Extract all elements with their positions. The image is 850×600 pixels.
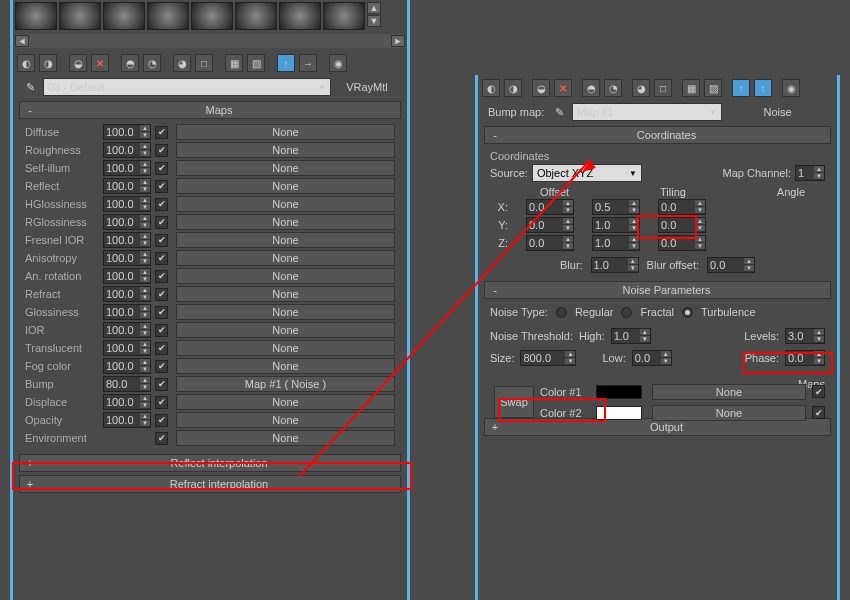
reflect-interp-header[interactable]: + Reflect interpolation <box>19 454 401 472</box>
put-library-icon[interactable]: ◕ <box>173 54 191 72</box>
map-amount-spinner[interactable]: 100.0▲▼ <box>103 268 151 284</box>
make-unique-icon[interactable]: ◔ <box>604 79 622 97</box>
material-slot[interactable] <box>59 2 101 30</box>
color2-map-checkbox[interactable] <box>812 406 825 419</box>
map-amount-spinner[interactable]: 100.0▲▼ <box>103 394 151 410</box>
fractal-radio[interactable] <box>621 307 632 318</box>
angle-spinner[interactable]: 0.0▲▼ <box>658 199 706 215</box>
show-map-icon[interactable]: ▦ <box>225 54 243 72</box>
map-enable-checkbox[interactable] <box>155 162 168 175</box>
go-sibling-icon[interactable]: → <box>299 54 317 72</box>
blur-spinner[interactable]: 1.0▲▼ <box>591 257 639 273</box>
map-slot-button[interactable]: None <box>176 232 395 248</box>
maps-header[interactable]: - Maps <box>19 101 401 119</box>
go-parent-icon[interactable]: ↑ <box>277 54 295 72</box>
options-icon[interactable]: ◉ <box>782 79 800 97</box>
eyedropper-icon[interactable]: ✎ <box>552 105 566 119</box>
map-slot-button[interactable]: None <box>176 250 395 266</box>
map-enable-checkbox[interactable] <box>155 126 168 139</box>
show-end-icon[interactable]: ▨ <box>704 79 722 97</box>
offset-spinner[interactable]: 0.0▲▼ <box>526 217 574 233</box>
map-enable-checkbox[interactable] <box>155 144 168 157</box>
map-slot-button[interactable]: None <box>176 178 395 194</box>
map-enable-checkbox[interactable] <box>155 180 168 193</box>
map-enable-checkbox[interactable] <box>155 432 168 445</box>
show-map-icon[interactable]: ▦ <box>682 79 700 97</box>
offset-spinner[interactable]: 0.0▲▼ <box>526 235 574 251</box>
map-enable-checkbox[interactable] <box>155 378 168 391</box>
map-slot-button[interactable]: None <box>176 412 395 428</box>
put-library-icon[interactable]: ◕ <box>632 79 650 97</box>
noise-params-header[interactable]: - Noise Parameters <box>484 281 831 299</box>
map-slot-button[interactable]: None <box>176 124 395 140</box>
copy-icon[interactable]: ◓ <box>582 79 600 97</box>
material-name-dropdown[interactable]: 03 - Default ▼ <box>43 78 331 96</box>
map-slot-button[interactable]: None <box>176 358 395 374</box>
map-amount-spinner[interactable]: 100.0▲▼ <box>103 160 151 176</box>
map-amount-spinner[interactable]: 100.0▲▼ <box>103 214 151 230</box>
source-dropdown[interactable]: Object XYZ ▼ <box>532 164 642 182</box>
turbulence-radio[interactable] <box>682 307 693 318</box>
material-id-icon[interactable]: □ <box>654 79 672 97</box>
material-type-label[interactable]: VRayMtl <box>337 81 397 93</box>
map-slot-button[interactable]: None <box>176 160 395 176</box>
map-slot-button[interactable]: None <box>176 322 395 338</box>
low-spinner[interactable]: 0.0▲▼ <box>632 350 672 366</box>
coordinates-header[interactable]: - Coordinates <box>484 126 831 144</box>
offset-spinner[interactable]: 0.0▲▼ <box>526 199 574 215</box>
map-enable-checkbox[interactable] <box>155 216 168 229</box>
map-enable-checkbox[interactable] <box>155 414 168 427</box>
angle-spinner[interactable]: 0.0▲▼ <box>658 217 706 233</box>
map-enable-checkbox[interactable] <box>155 252 168 265</box>
high-spinner[interactable]: 1.0▲▼ <box>611 328 651 344</box>
map-enable-checkbox[interactable] <box>155 342 168 355</box>
regular-radio[interactable] <box>556 307 567 318</box>
scroll-down-icon[interactable]: ▼ <box>367 15 381 27</box>
map-slot-button[interactable]: Map #1 ( Noise ) <box>176 376 395 392</box>
map-slot-button[interactable]: None <box>176 304 395 320</box>
material-id-icon[interactable]: □ <box>195 54 213 72</box>
map-amount-spinner[interactable]: 100.0▲▼ <box>103 412 151 428</box>
map-amount-spinner[interactable]: 100.0▲▼ <box>103 178 151 194</box>
delete-icon[interactable]: ✕ <box>91 54 109 72</box>
map-amount-spinner[interactable]: 100.0▲▼ <box>103 322 151 338</box>
color1-map-button[interactable]: None <box>652 384 806 400</box>
swap-button[interactable]: Swap <box>494 386 534 418</box>
put-to-scene-icon[interactable]: ◑ <box>504 79 522 97</box>
eyedropper-icon[interactable]: ✎ <box>23 80 37 94</box>
scroll-right-icon[interactable]: ► <box>391 35 405 47</box>
material-slot[interactable] <box>147 2 189 30</box>
color2-map-button[interactable]: None <box>652 405 806 421</box>
go-parent-icon[interactable]: ↑ <box>732 79 750 97</box>
map-enable-checkbox[interactable] <box>155 288 168 301</box>
map-enable-checkbox[interactable] <box>155 306 168 319</box>
material-slot[interactable] <box>15 2 57 30</box>
material-slot[interactable] <box>279 2 321 30</box>
map-slot-button[interactable]: None <box>176 214 395 230</box>
map-slot-button[interactable]: None <box>176 268 395 284</box>
map-amount-spinner[interactable]: 100.0▲▼ <box>103 286 151 302</box>
refract-interp-header[interactable]: + Refract interpolation <box>19 475 401 493</box>
material-slot[interactable] <box>235 2 277 30</box>
assign-icon[interactable]: ◒ <box>532 79 550 97</box>
map-type-label[interactable]: Noise <box>728 106 827 118</box>
map-amount-spinner[interactable]: 100.0▲▼ <box>103 232 151 248</box>
material-slot[interactable] <box>191 2 233 30</box>
map-enable-checkbox[interactable] <box>155 396 168 409</box>
material-slot[interactable] <box>103 2 145 30</box>
map-amount-spinner[interactable]: 100.0▲▼ <box>103 340 151 356</box>
assign-icon[interactable]: ◒ <box>69 54 87 72</box>
tiling-spinner[interactable]: 0.5▲▼ <box>592 199 640 215</box>
map-amount-spinner[interactable]: 100.0▲▼ <box>103 124 151 140</box>
options-icon[interactable]: ◉ <box>329 54 347 72</box>
map-amount-spinner[interactable]: 100.0▲▼ <box>103 142 151 158</box>
map-slot-button[interactable]: None <box>176 394 395 410</box>
map-slot-button[interactable]: None <box>176 340 395 356</box>
get-material-icon[interactable]: ◐ <box>17 54 35 72</box>
color1-map-checkbox[interactable] <box>812 385 825 398</box>
get-material-icon[interactable]: ◐ <box>482 79 500 97</box>
output-header[interactable]: + Output <box>484 418 831 436</box>
put-to-scene-icon[interactable]: ◑ <box>39 54 57 72</box>
size-spinner[interactable]: 800.0▲▼ <box>520 350 576 366</box>
go-sibling-icon[interactable]: ↕ <box>754 79 772 97</box>
